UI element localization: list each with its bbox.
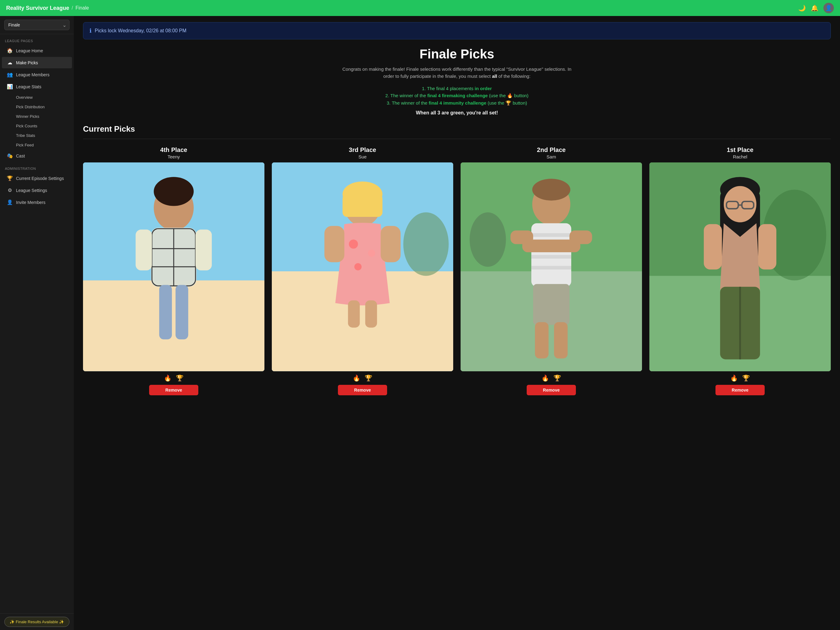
pick-place-3: 1st Place	[727, 146, 753, 154]
sidebar-sub-winner-picks[interactable]: Winner Picks	[2, 112, 72, 121]
sidebar-item-episode-settings[interactable]: 🏆 Current Episode Settings	[2, 173, 72, 184]
firemaking-icon-rachel[interactable]: 🔥	[730, 374, 738, 382]
winner-picks-label: Winner Picks	[16, 114, 39, 119]
episode-settings-label: Current Episode Settings	[16, 176, 64, 181]
remove-button-teeny[interactable]: Remove	[149, 385, 198, 395]
subtitle-all: all	[492, 73, 497, 79]
invite-icon: 👤	[7, 199, 13, 205]
contestant-visual-sam	[461, 162, 642, 371]
pick-card-sue: 3rd Place Sue	[272, 146, 453, 395]
pick-name-1: Sue	[358, 154, 367, 159]
sidebar-item-league-home[interactable]: 🏠 League Home	[2, 45, 72, 56]
make-picks-label: Make Picks	[16, 60, 38, 65]
pick-image-teeny	[83, 162, 264, 371]
svg-rect-25	[348, 300, 360, 328]
pick-actions-teeny: 🔥 🏆	[164, 374, 183, 382]
sidebar-sub-tribe-stats[interactable]: Tribe Stats	[2, 131, 72, 140]
firemaking-icon-sue[interactable]: 🔥	[353, 374, 360, 382]
main-content: ℹ Picks lock Wednesday, 02/26 at 08:00 P…	[74, 16, 840, 630]
info-icon: ℹ	[90, 27, 92, 34]
dark-mode-icon[interactable]: 🌙	[798, 4, 806, 12]
subtitle-part2: of the following:	[498, 73, 531, 79]
immunity-icon-rachel[interactable]: 🏆	[742, 374, 750, 382]
cast-label: Cast	[16, 154, 25, 158]
sidebar-item-invite-members[interactable]: 👤 Invite Members	[2, 196, 72, 208]
pick-place-0: 4th Place	[160, 146, 187, 154]
user-avatar[interactable]: 👤	[823, 3, 834, 13]
league-settings-icon: ⚙	[7, 187, 13, 193]
pick-card-rachel: 1st Place Rachel	[649, 146, 831, 395]
page-subtitle: Congrats on making the finale! Finale se…	[337, 66, 577, 80]
sidebar-item-cast[interactable]: 🎭 Cast	[2, 150, 72, 161]
sidebar-sub-pick-counts[interactable]: Pick Counts	[2, 122, 72, 130]
svg-point-16	[403, 212, 449, 276]
current-page-label: Finale	[76, 5, 89, 11]
pick-name-3: Rachel	[733, 154, 747, 159]
svg-rect-12	[196, 230, 212, 271]
sidebar: Finale League Pages 🏠 League Home ☁ Make…	[0, 16, 74, 630]
firemaking-icon-teeny[interactable]: 🔥	[164, 374, 172, 382]
notifications-icon[interactable]: 🔔	[811, 4, 818, 12]
svg-rect-41	[535, 322, 548, 358]
finale-results-badge[interactable]: ✨ Finale Results Available ✨	[4, 617, 69, 627]
admin-label: Administration	[0, 162, 74, 172]
sidebar-item-make-picks[interactable]: ☁ Make Picks	[2, 57, 72, 68]
sidebar-sub-overview[interactable]: Overview	[2, 93, 72, 102]
remove-button-sam[interactable]: Remove	[527, 385, 576, 395]
instruction-3: 3. The winner of the final 4 immunity ch…	[83, 100, 831, 106]
contestant-visual-teeny	[83, 162, 264, 371]
remove-button-rachel[interactable]: Remove	[715, 385, 765, 395]
svg-rect-42	[554, 322, 568, 358]
firemaking-icon-sam[interactable]: 🔥	[542, 374, 549, 382]
svg-point-31	[532, 179, 570, 201]
pick-name-2: Sam	[547, 154, 556, 159]
episode-select[interactable]: Finale	[4, 20, 69, 30]
invite-members-label: Invite Members	[16, 200, 46, 205]
svg-rect-56	[758, 224, 776, 270]
instruction-2: 2. The winner of the final 4 firemaking …	[83, 93, 831, 98]
remove-button-sue[interactable]: Remove	[338, 385, 387, 395]
lock-banner: ℹ Picks lock Wednesday, 02/26 at 08:00 P…	[83, 22, 831, 40]
pick-image-sue	[272, 162, 453, 371]
svg-rect-1	[83, 280, 264, 371]
home-icon: 🏠	[7, 47, 13, 54]
tribe-stats-label: Tribe Stats	[16, 133, 35, 138]
sidebar-sub-pick-feed[interactable]: Pick Feed	[2, 141, 72, 149]
sidebar-item-league-members[interactable]: 👥 League Members	[2, 69, 72, 80]
pick-card-teeny: 4th Place Teeny	[83, 146, 264, 395]
page-title-section: Finale Picks Congrats on making the fina…	[83, 47, 831, 116]
all-green-message: When all 3 are green, you're all set!	[83, 110, 831, 116]
cast-icon: 🎭	[7, 153, 13, 159]
immunity-icon-sue[interactable]: 🏆	[365, 374, 373, 382]
instruction-1: 1. The final 4 placements in order	[83, 86, 831, 91]
contestant-visual-sue	[272, 162, 453, 371]
brand-name: Reality Survivor League	[6, 5, 69, 11]
sidebar-footer: ✨ Finale Results Available ✨	[0, 613, 74, 630]
league-members-label: League Members	[16, 72, 49, 77]
league-home-label: League Home	[16, 48, 43, 53]
svg-rect-33	[531, 233, 571, 237]
finale-badge-label: ✨ Finale Results Available ✨	[9, 619, 64, 624]
sidebar-sub-pick-distribution[interactable]: Pick Distribution	[2, 103, 72, 111]
svg-rect-26	[365, 300, 377, 328]
contestant-visual-rachel	[649, 162, 831, 371]
svg-rect-9	[159, 285, 172, 339]
lock-banner-text: Picks lock Wednesday, 02/26 at 08:00 PM	[95, 28, 186, 33]
svg-point-13	[154, 177, 194, 206]
episode-select-wrap: Finale	[0, 16, 74, 34]
sidebar-item-league-settings[interactable]: ⚙ League Settings	[2, 185, 72, 196]
immunity-icon-sam[interactable]: 🏆	[553, 374, 561, 382]
immunity-icon-teeny[interactable]: 🏆	[176, 374, 183, 382]
svg-rect-39	[523, 240, 581, 252]
pick-image-rachel	[649, 162, 831, 371]
picks-grid: 4th Place Teeny	[83, 146, 831, 395]
pick-place-1: 3rd Place	[349, 146, 376, 154]
league-pages-label: League Pages	[0, 34, 74, 44]
svg-point-22	[354, 263, 362, 271]
sidebar-item-league-stats[interactable]: 📊 League Stats	[2, 81, 72, 92]
pick-actions-sam: 🔥 🏆	[542, 374, 561, 382]
league-stats-label: League Stats	[16, 84, 41, 89]
svg-point-20	[349, 240, 358, 249]
overview-label: Overview	[16, 95, 33, 100]
svg-rect-10	[175, 285, 188, 339]
